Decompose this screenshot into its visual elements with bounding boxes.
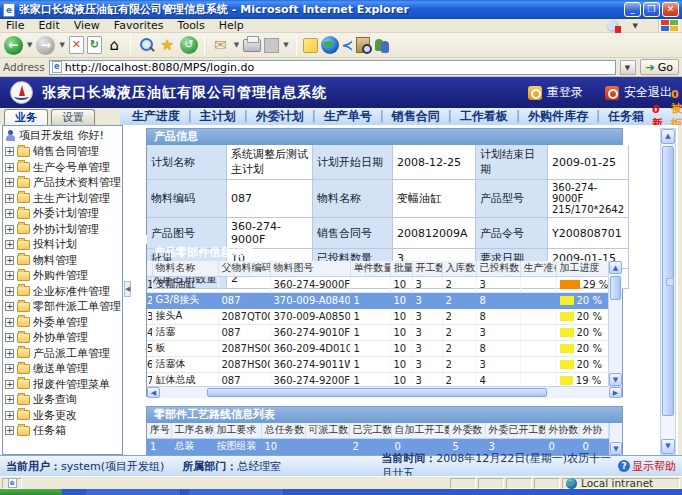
parts-vertical-scrollbar[interactable]: ▲ ▼	[608, 261, 622, 386]
column-header[interactable]: 开工数	[412, 261, 442, 276]
scroll-right-icon[interactable]: ▶	[609, 387, 622, 398]
scrollbar-thumb[interactable]	[662, 146, 674, 416]
quick-links-icon[interactable]: ≺	[342, 36, 354, 55]
go-button[interactable]: ➔ Go	[640, 59, 679, 75]
sidebar-collapse-handle[interactable]: ◀	[124, 281, 131, 297]
column-header[interactable]: 序号	[147, 423, 171, 438]
expand-plus-icon[interactable]: +	[5, 287, 14, 296]
column-header[interactable]: 批量	[390, 261, 412, 276]
parts-table-row[interactable]: 6 活塞体 2087HS002 360-274-9011W 1 10 3 2 3	[147, 356, 609, 372]
parts-horizontal-scrollbar[interactable]: ◀ ▶	[147, 386, 622, 398]
sidebar-tree-item[interactable]: + 投料计划	[3, 237, 122, 253]
back-dropdown-icon[interactable]: ▼	[27, 41, 32, 49]
sidebar-tree-item[interactable]: + 外委计划管理	[3, 206, 122, 222]
column-header[interactable]: 加工进度	[556, 261, 609, 276]
refresh-icon[interactable]: ↻	[87, 36, 102, 54]
expand-plus-icon[interactable]: +	[5, 225, 14, 234]
sidebar-tree-item[interactable]: + 外协单管理	[3, 330, 122, 346]
forward-icon[interactable]: →	[36, 36, 55, 55]
maximize-button[interactable]: ❐	[643, 2, 660, 17]
column-header[interactable]: 已投料数	[476, 261, 520, 276]
column-header[interactable]: 物料图号	[270, 261, 350, 276]
tab-business[interactable]: 业务	[4, 109, 48, 125]
menu-tools[interactable]: Tools	[178, 19, 205, 32]
sidebar-tree-item[interactable]: + 零部件派工单管理	[3, 299, 122, 315]
expand-plus-icon[interactable]: +	[5, 380, 14, 389]
expand-plus-icon[interactable]: +	[5, 333, 14, 342]
nav-item[interactable]: 销售合同	[372, 109, 440, 123]
expand-plus-icon[interactable]: +	[5, 349, 14, 358]
expand-plus-icon[interactable]: +	[5, 395, 14, 404]
sidebar-tree-item[interactable]: + 外委单管理	[3, 315, 122, 331]
scrollbar-thumb[interactable]	[610, 276, 621, 300]
forward-dropdown-icon[interactable]: ▼	[59, 41, 64, 49]
column-header[interactable]: 已完工数	[349, 423, 391, 438]
discuss-note-icon[interactable]	[303, 38, 318, 53]
nav-item[interactable]: 主计划	[180, 109, 236, 123]
menu-view[interactable]: View	[74, 19, 100, 32]
relogin-button[interactable]: 重登录	[528, 84, 583, 101]
column-header[interactable]: 父物料编码	[218, 261, 270, 276]
scrollbar-thumb[interactable]	[207, 388, 547, 397]
address-dropdown-icon[interactable]: ▼	[620, 60, 636, 75]
scroll-down-icon[interactable]: ▼	[661, 439, 675, 454]
stop-icon[interactable]: ✕	[69, 36, 84, 54]
column-header[interactable]: 外协数	[545, 423, 579, 438]
route-vertical-scrollbar[interactable]: ▼	[609, 423, 622, 455]
expand-plus-icon[interactable]: +	[5, 178, 14, 187]
column-header[interactable]: 加工要求	[213, 423, 261, 438]
print-icon[interactable]	[243, 39, 261, 52]
menu-edit[interactable]: Edit	[38, 19, 59, 32]
sidebar-tree-item[interactable]: + 物料管理	[3, 253, 122, 269]
nav-item[interactable]: 任务箱	[588, 109, 644, 123]
expand-plus-icon[interactable]: +	[5, 302, 14, 311]
column-header[interactable]: 外委已开工数	[485, 423, 545, 438]
expand-plus-icon[interactable]: +	[5, 411, 14, 420]
expand-plus-icon[interactable]: +	[5, 240, 14, 249]
taskbar-window-button[interactable]	[189, 489, 284, 495]
expand-plus-icon[interactable]: +	[5, 426, 14, 435]
minimize-button[interactable]: _	[624, 2, 641, 17]
nav-item[interactable]: 外委计划	[236, 109, 304, 123]
column-header[interactable]: 工序名称	[171, 423, 213, 438]
sidebar-tree-item[interactable]: + 产品技术资料管理	[3, 175, 122, 191]
sidebar-tree-item[interactable]: + 外购件管理	[3, 268, 122, 284]
sidebar-tree-item[interactable]: + 外协计划管理	[3, 222, 122, 238]
address-input[interactable]: e http://localhost:8080/MPS/login.do	[49, 60, 616, 75]
column-header[interactable]: 生产准备	[520, 261, 556, 276]
home-icon[interactable]: ⌂	[105, 36, 124, 55]
tab-settings[interactable]: 设置	[51, 109, 95, 125]
edit-icon[interactable]	[264, 38, 279, 53]
sidebar-tree-item[interactable]: + 生产令号单管理	[3, 160, 122, 176]
parts-table-row[interactable]: 1 变幅油缸 360-274-9000F 10 3 2 3 29 %	[147, 276, 609, 292]
scroll-left-icon[interactable]: ◀	[147, 387, 160, 398]
nav-item[interactable]: 外购件库存	[508, 109, 588, 123]
menu-help[interactable]: Help	[219, 19, 244, 32]
research-icon[interactable]	[356, 37, 370, 53]
messenger-globe-icon[interactable]	[321, 36, 339, 54]
column-header[interactable]: 入库数	[442, 261, 476, 276]
mail-icon[interactable]: ✉	[211, 36, 230, 55]
column-header[interactable]: 物料名称	[152, 261, 218, 276]
logout-button[interactable]: 安全退出	[605, 84, 672, 101]
expand-plus-icon[interactable]: +	[5, 256, 14, 265]
sidebar-tree-item[interactable]: + 产品派工单管理	[3, 346, 122, 362]
edit-dropdown-icon[interactable]: ▼	[283, 41, 288, 49]
content-vertical-scrollbar[interactable]: ▲ ▼	[660, 128, 676, 455]
search-icon[interactable]	[137, 36, 155, 54]
mail-dropdown-icon[interactable]: ▼	[234, 41, 239, 49]
expand-plus-icon[interactable]: +	[5, 147, 14, 156]
menu-file[interactable]: File	[6, 19, 24, 32]
chevron-down-icon[interactable]: ▼	[633, 22, 638, 30]
menu-favorites[interactable]: Favorites	[114, 19, 164, 32]
column-header[interactable]: 可派工数	[305, 423, 349, 438]
parts-table-row[interactable]: 7 缸体总成 087 360-274-9200F 1 10 3 2 4 19	[147, 372, 609, 386]
scroll-down-icon[interactable]: ▼	[609, 373, 622, 386]
sidebar-tree-item[interactable]: + 业务查询	[3, 392, 122, 408]
expand-plus-icon[interactable]: +	[5, 194, 14, 203]
expand-plus-icon[interactable]: +	[5, 318, 14, 327]
sidebar-tree-item[interactable]: + 业务更改	[3, 408, 122, 424]
parts-table-row[interactable]: 4 活塞 087 360-274-9010F 1 10 3 2 3 20 %	[147, 324, 609, 340]
column-header[interactable]: 总任务数	[261, 423, 305, 438]
windows-taskbar[interactable]	[0, 489, 682, 495]
